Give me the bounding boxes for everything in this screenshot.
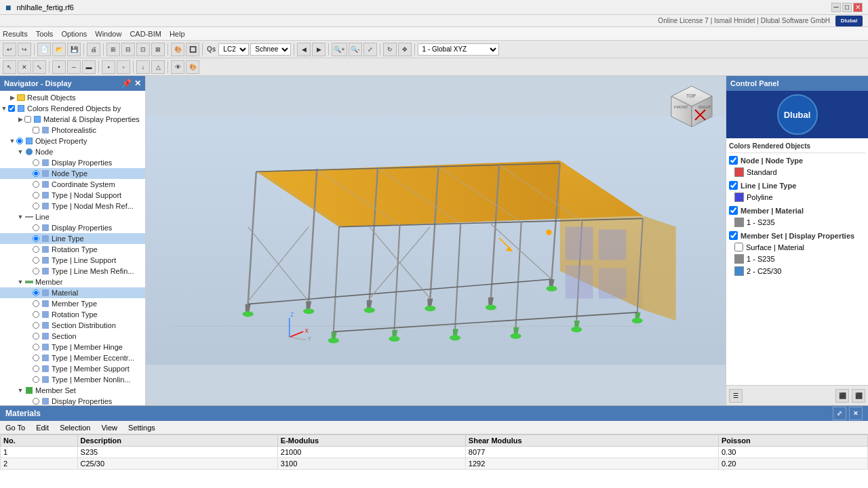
tree-item-member-support[interactable]: Type | Member Support xyxy=(0,363,145,374)
nav-prev[interactable]: ◀ xyxy=(297,43,311,56)
radio-line-type[interactable] xyxy=(33,235,39,242)
zoom-in[interactable]: 🔍+ xyxy=(332,43,347,56)
radio-member-support[interactable] xyxy=(33,365,39,372)
materials-expand-btn[interactable]: ⤢ xyxy=(833,407,846,420)
view-btn-1[interactable]: ⊞ xyxy=(106,43,120,56)
radio-line-support[interactable] xyxy=(33,257,39,264)
model-btn[interactable]: 🔲 xyxy=(186,43,199,56)
tree-item-line-display[interactable]: Display Properties xyxy=(0,222,145,233)
toggle-object-property[interactable]: ▼ xyxy=(8,138,16,144)
close-button[interactable]: ✕ xyxy=(853,3,863,12)
materials-menu-view[interactable]: View xyxy=(101,424,117,432)
check-photorealistic[interactable] xyxy=(33,127,39,134)
tree-item-coord-system[interactable]: Coordinate System xyxy=(0,179,145,190)
member-btn[interactable]: ▬ xyxy=(82,60,96,74)
cp-check-surface-material[interactable] xyxy=(734,243,743,251)
tree-item-line[interactable]: ▼ Line xyxy=(0,211,145,222)
radio-line-mesh[interactable] xyxy=(33,268,39,274)
load-btn[interactable]: ↓ xyxy=(136,60,150,74)
surface-btn[interactable]: ▪ xyxy=(102,60,115,74)
tree-item-member[interactable]: ▼ Member xyxy=(0,277,145,287)
tree-item-type-line-support[interactable]: Type | Line Support xyxy=(0,255,145,266)
restore-button[interactable]: □ xyxy=(842,3,852,12)
viewport-3d-area[interactable]: X Y Z xyxy=(146,76,726,405)
radio-section[interactable] xyxy=(33,333,39,340)
tree-item-member-hinge[interactable]: Type | Member Hinge xyxy=(0,342,145,352)
toggle-member[interactable]: ▼ xyxy=(16,279,24,285)
radio-node-display[interactable] xyxy=(33,159,39,166)
check-material-display[interactable] xyxy=(24,116,31,123)
view-btn-3[interactable]: ⊡ xyxy=(136,43,150,56)
tree-item-type-line-mesh[interactable]: Type | Line Mesh Refin... xyxy=(0,266,145,277)
menu-help[interactable]: Help xyxy=(170,30,185,38)
radio-nodal-mesh[interactable] xyxy=(33,203,39,209)
table-row[interactable]: 2 C25/30 3100 1292 0.20 xyxy=(1,458,868,470)
tree-item-line-rotation[interactable]: Rotation Type xyxy=(0,244,145,255)
cube-navigator[interactable]: TOP FRONT RIGHT xyxy=(665,83,719,137)
new-button[interactable]: 📄 xyxy=(37,43,51,56)
view-btn-4[interactable]: ⊠ xyxy=(151,43,165,56)
view-btn-2[interactable]: ⊟ xyxy=(121,43,135,56)
select-btn[interactable]: ↖ xyxy=(3,60,16,74)
menu-results[interactable]: Results xyxy=(3,30,28,38)
tree-item-type-nodal-mesh[interactable]: Type | Nodal Mesh Ref... xyxy=(0,201,145,211)
zoom-extent[interactable]: ⤢ xyxy=(363,43,377,56)
load-case-combo[interactable]: LC2 xyxy=(218,43,249,56)
tree-item-line-type[interactable]: Line Type xyxy=(0,233,145,244)
menu-options[interactable]: Options xyxy=(61,30,87,38)
toggle-line[interactable]: ▼ xyxy=(16,214,24,220)
cp-list-btn[interactable]: ☰ xyxy=(729,389,743,403)
radio-section-dist[interactable] xyxy=(33,322,39,329)
tree-item-material[interactable]: Material xyxy=(0,287,145,298)
tree-item-node[interactable]: ▼ Node xyxy=(0,146,145,157)
menu-cad-bim[interactable]: CAD-BIM xyxy=(130,30,161,38)
toggle-colors-rendered[interactable]: ▼ xyxy=(0,105,8,112)
radio-member-type[interactable] xyxy=(33,300,39,307)
radio-material[interactable] xyxy=(33,289,39,296)
toggle-result-objects[interactable]: ▶ xyxy=(8,94,16,101)
support-btn[interactable]: △ xyxy=(151,60,165,74)
display-btn[interactable]: 👁 xyxy=(171,60,184,74)
node-btn[interactable]: • xyxy=(52,60,66,74)
table-row[interactable]: 1 S235 21000 8077 0.30 xyxy=(1,447,868,458)
cp-check-node[interactable] xyxy=(729,156,738,165)
open-button[interactable]: 📂 xyxy=(52,43,66,56)
move-btn[interactable]: ⤡ xyxy=(33,60,46,74)
line-btn[interactable]: ─ xyxy=(67,60,81,74)
menu-tools[interactable]: Tools xyxy=(36,30,54,38)
materials-close-btn[interactable]: ✕ xyxy=(849,407,863,420)
toggle-material-display[interactable]: ▶ xyxy=(16,116,24,123)
radio-member-eccentr[interactable] xyxy=(33,354,39,361)
tree-item-object-property[interactable]: ▼ Object Property xyxy=(0,136,145,146)
cp-import-btn[interactable]: ⬛ xyxy=(852,389,865,403)
pan-btn[interactable]: ✥ xyxy=(398,43,412,56)
menu-window[interactable]: Window xyxy=(95,30,121,38)
color-btn[interactable]: 🎨 xyxy=(186,60,199,74)
radio-member-hinge[interactable] xyxy=(33,344,39,350)
radio-member-rotation[interactable] xyxy=(33,311,39,318)
tree-item-node-display[interactable]: Display Properties xyxy=(0,157,145,168)
nav-close-button[interactable]: ✕ xyxy=(134,79,141,88)
redo-button[interactable]: ↪ xyxy=(18,43,31,56)
materials-menu-settings[interactable]: Settings xyxy=(128,424,155,432)
tree-item-ms-display[interactable]: Display Properties xyxy=(0,396,145,405)
tree-item-member-rotation[interactable]: Rotation Type xyxy=(0,309,145,320)
tree-item-node-type[interactable]: Node Type xyxy=(0,168,145,179)
tree-item-member-set[interactable]: ▼ Member Set xyxy=(0,385,145,396)
cp-export-btn[interactable]: ⬛ xyxy=(835,389,849,403)
materials-menu-edit[interactable]: Edit xyxy=(36,424,49,432)
nav-pin-button[interactable]: 📌 xyxy=(121,79,132,88)
render-btn[interactable]: 🎨 xyxy=(171,43,184,56)
tree-item-member-nonlin[interactable]: Type | Member Nonlin... xyxy=(0,374,145,385)
radio-member-nonlin[interactable] xyxy=(33,376,39,383)
tree-item-member-type[interactable]: Member Type xyxy=(0,298,145,309)
volume-btn[interactable]: ▫ xyxy=(117,60,130,74)
print-button[interactable]: 🖨 xyxy=(87,43,100,56)
radio-ms-display[interactable] xyxy=(33,398,39,405)
radio-line-rotation[interactable] xyxy=(33,246,39,253)
tree-item-photorealistic[interactable]: Photorealistic xyxy=(0,125,145,136)
deselect-btn[interactable]: ✕ xyxy=(18,60,31,74)
cp-check-memberset[interactable] xyxy=(729,231,738,240)
rotate-btn[interactable]: ↻ xyxy=(383,43,397,56)
tree-item-member-eccentr[interactable]: Type | Member Eccentr... xyxy=(0,352,145,363)
